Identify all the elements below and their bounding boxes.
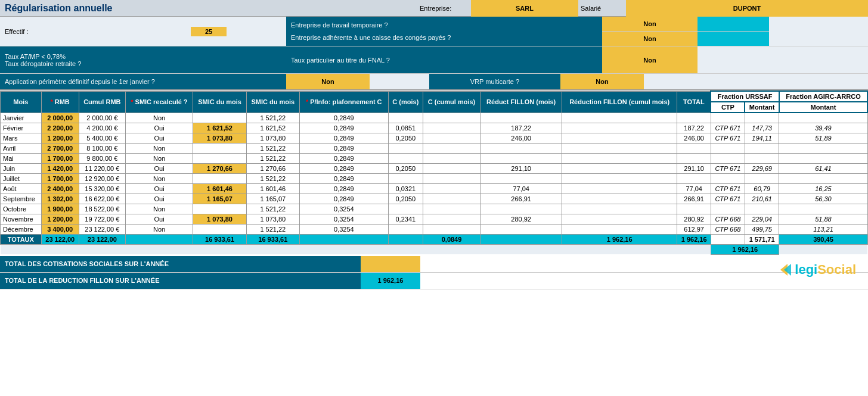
cell-mois: Février: [1, 123, 42, 133]
cell-smic-recalc: Oui: [125, 133, 193, 143]
totaux-smic-mois: 16 933,61: [193, 234, 246, 244]
cell-frac-agirc: 113,21: [779, 224, 867, 234]
cell-frac-urssaf: 229,04: [745, 214, 779, 224]
cell-reduct-mois: [480, 153, 562, 163]
cell-reduct-cumul: [562, 143, 677, 153]
cell-mois: Décembre: [1, 224, 42, 234]
logo-social: Social: [817, 262, 856, 277]
effectif-label: Effectif :: [0, 28, 191, 35]
cell-smic-mois-val: 1 621,52: [193, 123, 246, 133]
logo-legi: legi: [795, 262, 817, 277]
col-header-reduct-cumul: Réduction FILLON (cumul mois): [562, 91, 677, 113]
col-sub-ctp: CTP: [711, 102, 745, 113]
fnal-answer: Non: [602, 46, 698, 73]
col-header-cumul: Cumul RMB: [79, 91, 125, 113]
cell-c-mois: 0,0321: [388, 183, 423, 194]
cell-total: 280,92: [677, 214, 711, 224]
cell-c-cumul: [423, 173, 480, 183]
cell-smic-recalc: Non: [125, 173, 193, 183]
cell-frac-agirc: 51,89: [779, 133, 867, 143]
cell-frac-label: [711, 113, 745, 123]
cell-cumul: 9 800,00 €: [79, 153, 125, 163]
fillon-val: 1 962,16: [361, 273, 420, 289]
cell-cumul: 15 320,00 €: [79, 183, 125, 194]
cell-c-cumul: [423, 204, 480, 214]
footer-row-fillon: TOTAL DE LA REDUCTION FILLON SUR L'ANNÉE…: [0, 273, 868, 289]
page-title: Régularisation annuelle: [0, 3, 417, 14]
cell-frac-label: CTP 671: [711, 194, 745, 204]
cell-cumul: 16 622,00 €: [79, 194, 125, 204]
cell-cumul: 11 220,00 €: [79, 163, 125, 173]
cell-smic-mois-val: [193, 113, 246, 123]
cell-reduct-cumul: [562, 163, 677, 173]
cell-p-info: 0,2849: [299, 113, 388, 123]
cell-rmb: 1 200,00: [41, 214, 79, 224]
cell-c-mois: 0,2341: [388, 214, 423, 224]
vrp-answer: Non: [560, 74, 644, 89]
cell-rmb: 1 700,00: [41, 173, 79, 183]
salarie-value: DUPONT: [626, 0, 868, 17]
col-header-fraction-urssaf: Fraction URSSAF: [711, 91, 779, 102]
table-row: Mars 1 200,00 5 400,00 € Oui 1 073,80 1 …: [1, 133, 868, 143]
cell-mois: Mai: [1, 153, 42, 163]
table-row: Septembre 1 302,00 16 622,00 € Oui 1 165…: [1, 194, 868, 204]
totaux-row: TOTAUX 23 122,00 23 122,00 16 933,61 16 …: [1, 234, 868, 244]
totaux-label: TOTAUX: [1, 234, 42, 244]
cell-smic-mois2: 1 270,66: [246, 163, 299, 173]
fnal-question: Taux particulier au titre du FNAL ?: [286, 46, 602, 73]
cell-c-cumul: [423, 224, 480, 234]
cell-rmb: 2 000,00: [41, 113, 79, 123]
cell-smic-mois-val: 1 601,46: [193, 183, 246, 194]
cell-frac-urssaf: [745, 143, 779, 153]
extra-cyan-row: 1 962,16: [1, 244, 868, 254]
logo: legiSocial: [776, 261, 856, 278]
col-header-total: TOTAL: [677, 91, 711, 113]
cell-frac-agirc: [779, 153, 867, 163]
totaux-reduct-mois: [480, 234, 562, 244]
cell-frac-label: CTP 671: [711, 163, 745, 173]
cell-c-mois: [388, 153, 423, 163]
cell-reduct-mois: [480, 224, 562, 234]
col-header-fraction-agirc: Fraction AGIRC-ARRCO: [779, 91, 867, 102]
col-header-smic-mois: SMIC du mois: [193, 91, 246, 113]
cell-smic-recalc: Oui: [125, 183, 193, 194]
cell-frac-agirc: [779, 113, 867, 123]
cell-p-info: 0,2849: [299, 183, 388, 194]
question-caisse-conges: Entreprise adhérente à une caisse des co…: [291, 34, 597, 41]
cell-c-cumul: [423, 163, 480, 173]
cell-frac-agirc: 51,88: [779, 214, 867, 224]
cell-c-cumul: [423, 183, 480, 194]
cell-smic-mois2: 1 073,80: [246, 214, 299, 224]
cell-frac-label: [711, 204, 745, 214]
cell-rmb: 3 400,00: [41, 224, 79, 234]
cell-frac-urssaf: 499,75: [745, 224, 779, 234]
cell-reduct-cumul: [562, 123, 677, 133]
cell-smic-recalc: Non: [125, 113, 193, 123]
cell-smic-mois2: 1 521,22: [246, 173, 299, 183]
cell-smic-mois2: 1 601,46: [246, 183, 299, 194]
cell-c-cumul: [423, 153, 480, 163]
totaux-cumul: 23 122,00: [79, 234, 125, 244]
cell-smic-mois-val: [193, 143, 246, 153]
cell-reduct-cumul: [562, 194, 677, 204]
salarie-label: Salarié: [578, 5, 626, 12]
totaux-frac-urssaf: 1 571,71: [745, 234, 779, 244]
cell-mois: Janvier: [1, 113, 42, 123]
application-question: Application périmètre définitif depuis l…: [0, 74, 286, 89]
cotisations-val: [361, 256, 420, 272]
cell-mois: Avril: [1, 143, 42, 153]
cell-frac-urssaf: [745, 204, 779, 214]
cell-cumul: 5 400,00 €: [79, 133, 125, 143]
cell-frac-urssaf: [745, 113, 779, 123]
cell-reduct-mois: [480, 173, 562, 183]
cell-total: 266,91: [677, 194, 711, 204]
cell-smic-mois2: 1 521,22: [246, 143, 299, 153]
cell-smic-mois2: 1 521,22: [246, 153, 299, 163]
cell-total: [677, 153, 711, 163]
cell-reduct-mois: 187,22: [480, 123, 562, 133]
table-row: Novembre 1 200,00 19 722,00 € Oui 1 073,…: [1, 214, 868, 224]
cell-cumul: 19 722,00 €: [79, 214, 125, 224]
cell-reduct-mois: 291,10: [480, 163, 562, 173]
cell-c-mois: [388, 204, 423, 214]
cell-total: [677, 204, 711, 214]
